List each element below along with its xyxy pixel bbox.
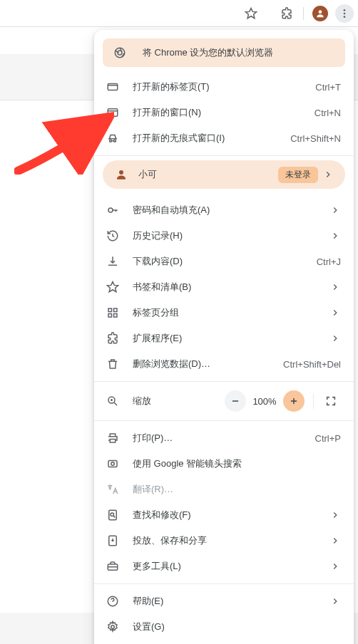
clear-data-item[interactable]: 删除浏览数据(D)… Ctrl+Shift+Del — [94, 351, 354, 377]
svg-point-4 — [115, 48, 125, 58]
cast-icon — [106, 534, 120, 548]
search-page-icon — [106, 508, 120, 522]
menu-label: 查找和修改(F) — [133, 509, 325, 521]
svg-point-3 — [344, 16, 346, 18]
menu-divider — [94, 155, 354, 156]
help-icon — [106, 594, 120, 608]
svg-rect-12 — [108, 308, 112, 312]
profile-row[interactable]: 小可 未登录 — [103, 160, 345, 189]
toolbox-icon — [106, 559, 120, 573]
svg-point-2 — [344, 12, 346, 14]
svg-point-8 — [110, 140, 112, 142]
exit-item[interactable]: 退出(X) — [94, 640, 354, 644]
zoom-row: 缩放 100% — [94, 386, 354, 416]
svg-rect-13 — [114, 308, 118, 312]
menu-label: 翻译(R)… — [133, 483, 341, 496]
chevron-right-icon — [329, 230, 341, 242]
cast-share-item[interactable]: 投放、保存和分享 — [94, 528, 354, 554]
download-icon — [106, 254, 120, 269]
more-tools-item[interactable]: 更多工具(L) — [94, 554, 354, 579]
star-icon[interactable] — [242, 4, 260, 23]
new-tab-item[interactable]: 打开新的标签页(T) Ctrl+T — [94, 74, 354, 100]
menu-divider — [94, 420, 354, 421]
history-icon — [106, 229, 120, 243]
menu-label: 帮助(E) — [133, 595, 325, 608]
new-window-item[interactable]: 打开新的窗口(N) Ctrl+N — [94, 100, 354, 125]
menu-shortcut: Ctrl+N — [314, 108, 341, 118]
chevron-right-icon — [329, 281, 341, 293]
gear-icon — [106, 620, 120, 634]
menu-label: 删除浏览数据(D)… — [133, 358, 277, 370]
zoom-in-button[interactable] — [283, 390, 305, 412]
lens-search-item[interactable]: 使用 Google 智能镜头搜索 — [94, 451, 354, 477]
profile-status-badge: 未登录 — [278, 167, 318, 183]
printer-icon — [106, 431, 120, 445]
passwords-item[interactable]: 密码和自动填充(A) — [94, 197, 354, 223]
menu-button[interactable] — [335, 4, 354, 23]
chrome-icon — [113, 46, 127, 60]
zoom-icon — [106, 394, 120, 408]
window-icon — [106, 105, 120, 120]
zoom-controls: 100% — [225, 390, 341, 412]
chevron-right-icon — [329, 561, 341, 572]
svg-point-18 — [111, 462, 115, 466]
menu-shortcut: Ctrl+Shift+Del — [283, 359, 341, 370]
tab-groups-item[interactable]: 标签页分组 — [94, 300, 354, 326]
extensions-item[interactable]: 扩展程序(E) — [94, 326, 354, 351]
translate-item: 翻译(R)… — [94, 477, 354, 502]
trash-icon — [106, 357, 120, 371]
menu-label: 使用 Google 智能镜头搜索 — [133, 457, 341, 470]
key-icon — [106, 203, 120, 217]
svg-rect-19 — [109, 510, 117, 520]
svg-point-9 — [114, 140, 116, 142]
svg-rect-6 — [108, 84, 118, 90]
zoom-label: 缩放 — [133, 395, 225, 407]
menu-label: 下载内容(D) — [133, 255, 311, 268]
chevron-right-icon — [322, 169, 334, 180]
menu-divider — [94, 381, 354, 382]
extensions-icon[interactable] — [277, 4, 296, 23]
menu-label: 打开新的无痕式窗口(I) — [133, 132, 285, 145]
fullscreen-button[interactable] — [321, 391, 341, 411]
browser-toolbar — [0, 0, 358, 27]
menu-shortcut: Ctrl+T — [315, 82, 341, 93]
lens-icon — [106, 457, 120, 471]
menu-label: 更多工具(L) — [133, 560, 325, 573]
svg-point-0 — [319, 10, 322, 14]
svg-point-1 — [344, 9, 346, 11]
incognito-item[interactable]: 打开新的无痕式窗口(I) Ctrl+Shift+N — [94, 125, 354, 151]
zoom-out-button[interactable] — [225, 390, 246, 412]
settings-item[interactable]: 设置(G) — [94, 614, 354, 640]
history-item[interactable]: 历史记录(H) — [94, 223, 354, 249]
menu-shortcut: Ctrl+J — [317, 256, 341, 267]
svg-point-20 — [111, 513, 114, 516]
menu-label: 历史记录(H) — [133, 229, 325, 242]
translate-icon — [106, 482, 120, 497]
svg-point-11 — [108, 208, 113, 212]
print-item[interactable]: 打印(P)… Ctrl+P — [94, 425, 354, 451]
profile-avatar[interactable] — [311, 4, 329, 23]
svg-point-10 — [119, 170, 123, 175]
chevron-right-icon — [329, 509, 341, 521]
menu-label: 打印(P)… — [133, 432, 310, 445]
menu-label: 扩展程序(E) — [133, 332, 325, 345]
bookmarks-item[interactable]: 书签和清单(B) — [94, 274, 354, 300]
grid-icon — [106, 306, 120, 320]
svg-rect-17 — [108, 461, 117, 467]
find-item[interactable]: 查找和修改(F) — [94, 502, 354, 528]
downloads-item[interactable]: 下载内容(D) Ctrl+J — [94, 249, 354, 274]
star-icon — [106, 280, 120, 294]
menu-shortcut: Ctrl+Shift+N — [290, 133, 341, 144]
tab-icon — [106, 80, 120, 94]
menu-label: 标签页分组 — [133, 306, 325, 319]
incognito-icon — [106, 131, 120, 145]
menu-divider — [94, 583, 354, 584]
chevron-right-icon — [329, 535, 341, 546]
zoom-separator — [313, 393, 314, 409]
chevron-right-icon — [329, 596, 341, 607]
menu-shortcut: Ctrl+P — [315, 433, 341, 444]
help-item[interactable]: 帮助(E) — [94, 588, 354, 614]
chevron-right-icon — [329, 333, 341, 344]
default-browser-banner[interactable]: 将 Chrome 设为您的默认浏览器 — [103, 38, 345, 67]
menu-label: 设置(G) — [133, 620, 341, 633]
